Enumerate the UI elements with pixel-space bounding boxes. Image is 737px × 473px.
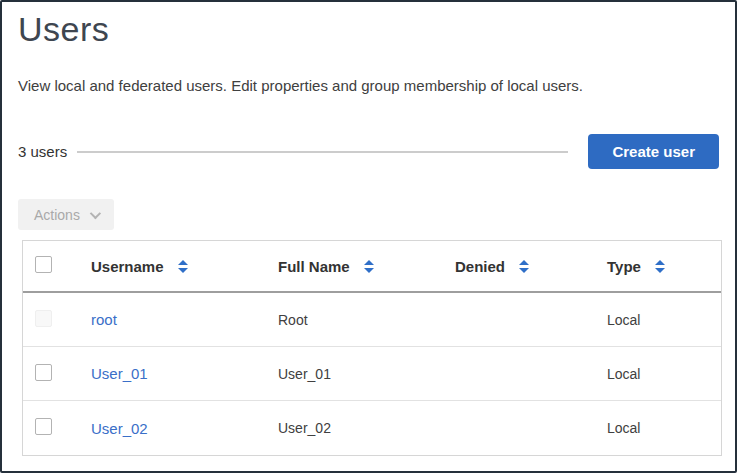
select-all-checkbox[interactable] [35, 256, 52, 273]
users-page: Users View local and federated users. Ed… [0, 0, 737, 473]
column-label: Full Name [278, 258, 350, 275]
sort-icon[interactable] [519, 260, 529, 273]
checkbox-cell [23, 364, 91, 384]
table-row: User_02 User_02 Local [23, 401, 721, 455]
type-cell: Local [607, 420, 721, 436]
table-row: User_01 User_01 Local [23, 347, 721, 401]
create-user-button[interactable]: Create user [588, 134, 719, 169]
row-checkbox[interactable] [35, 364, 52, 381]
type-cell: Local [607, 366, 721, 382]
divider-line [77, 151, 568, 153]
column-label: Username [91, 258, 164, 275]
sort-up-arrow [178, 260, 188, 265]
column-header-full-name[interactable]: Full Name [278, 258, 455, 275]
column-header-denied[interactable]: Denied [455, 258, 607, 275]
sort-up-arrow [364, 260, 374, 265]
column-label: Denied [455, 258, 505, 275]
full-name-cell: User_01 [278, 366, 455, 382]
column-header-type[interactable]: Type [607, 258, 721, 275]
page-description: View local and federated users. Edit pro… [18, 77, 719, 94]
checkbox-cell [23, 418, 91, 438]
column-label: Type [607, 258, 641, 275]
count-row: 3 users Create user [18, 134, 719, 169]
sort-down-arrow [655, 268, 665, 273]
sort-icon[interactable] [178, 260, 188, 273]
sort-icon[interactable] [364, 260, 374, 273]
sort-up-arrow [519, 260, 529, 265]
table-row: root Root Local [23, 293, 721, 347]
row-checkbox [35, 310, 52, 327]
type-cell: Local [607, 312, 721, 328]
table-header-row: Username Full Name Denied Type [23, 241, 721, 293]
chevron-down-icon [90, 207, 101, 218]
sort-down-arrow [364, 268, 374, 273]
sort-up-arrow [655, 260, 665, 265]
select-all-cell [23, 256, 91, 276]
sort-down-arrow [519, 268, 529, 273]
username-link[interactable]: User_02 [91, 420, 148, 437]
username-link[interactable]: root [91, 311, 117, 328]
username-cell: root [91, 311, 278, 328]
full-name-cell: User_02 [278, 420, 455, 436]
checkbox-cell [23, 310, 91, 330]
username-link[interactable]: User_01 [91, 365, 148, 382]
page-title: Users [18, 10, 719, 49]
actions-button[interactable]: Actions [18, 199, 114, 230]
column-header-username[interactable]: Username [91, 258, 278, 275]
row-checkbox[interactable] [35, 418, 52, 435]
sort-down-arrow [178, 268, 188, 273]
username-cell: User_02 [91, 420, 278, 437]
username-cell: User_01 [91, 365, 278, 382]
full-name-cell: Root [278, 312, 455, 328]
actions-button-label: Actions [34, 207, 80, 223]
users-count: 3 users [18, 143, 67, 160]
users-table: Username Full Name Denied Type root [22, 240, 722, 456]
sort-icon[interactable] [655, 260, 665, 273]
